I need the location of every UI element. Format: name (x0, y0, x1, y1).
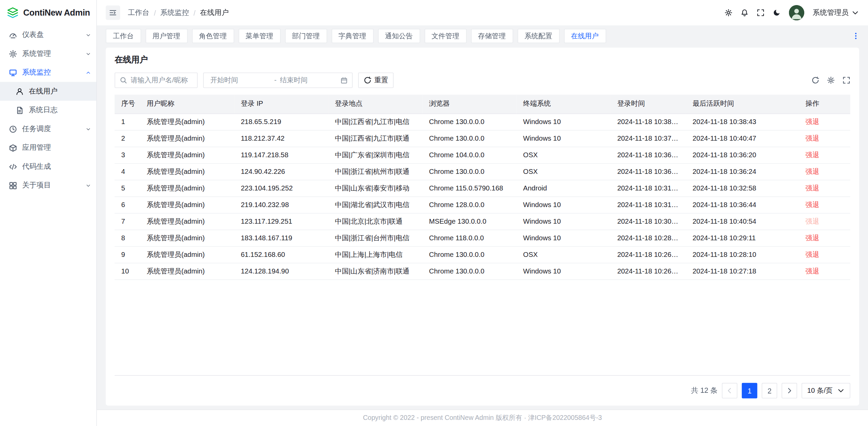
force-logout-link[interactable]: 强退 (806, 167, 820, 175)
cell-location: 中国|广东省|深圳市|电信 (328, 147, 422, 163)
force-logout-link[interactable]: 强退 (806, 201, 820, 208)
tab-more-button[interactable] (849, 29, 862, 43)
column-header: 登录时间 (611, 95, 686, 114)
page-button-2[interactable]: 2 (762, 383, 777, 399)
force-logout-link[interactable]: 强退 (806, 250, 820, 258)
page-button-1[interactable]: 1 (742, 383, 757, 399)
expand-button[interactable] (757, 9, 765, 17)
user-menu[interactable]: 系统管理员 (813, 8, 859, 18)
sidebar-item-system-log[interactable]: 系统日志 (0, 101, 96, 120)
sidebar-item-about-project[interactable]: 关于项目 (0, 176, 96, 195)
breadcrumb-item[interactable]: 系统监控 (160, 8, 189, 18)
force-logout-link[interactable]: 强退 (806, 234, 820, 242)
cell-browser: Chrome 130.0.0.0 (422, 263, 517, 280)
cell-nickname: 系统管理员(admin) (140, 130, 234, 147)
next-page-button[interactable] (782, 383, 797, 399)
cell-os: Windows 10 (516, 114, 611, 130)
cell-ip: 219.140.232.98 (234, 197, 329, 213)
cell-os: OSX (516, 163, 611, 180)
cell-nickname: 系统管理员(admin) (140, 246, 234, 263)
date-range-picker[interactable]: - (203, 73, 353, 88)
sidebar-item-code-generation[interactable]: 代码生成 (0, 157, 96, 176)
breadcrumb-item[interactable]: 工作台 (128, 8, 150, 18)
menu-item-label: 系统监控 (22, 67, 81, 77)
tab-item[interactable]: 菜单管理 (238, 29, 280, 43)
cell-login-time: 2024-11-18 10:26:32 (611, 263, 686, 280)
chevron-up-icon (86, 70, 91, 75)
cell-nickname: 系统管理员(admin) (140, 147, 234, 163)
search-input[interactable] (131, 76, 193, 84)
menu-item-label: 代码生成 (22, 162, 91, 171)
avatar[interactable] (789, 5, 805, 21)
force-logout-link[interactable]: 强退 (806, 134, 820, 142)
refresh-button[interactable] (811, 76, 819, 84)
tab-item[interactable]: 存储管理 (471, 29, 513, 43)
sidebar-item-online-user[interactable]: 在线用户 (0, 82, 96, 101)
reset-button[interactable]: 重置 (358, 73, 393, 88)
column-header: 操作 (799, 95, 850, 114)
code-icon (9, 162, 17, 170)
table-row: 9系统管理员(admin)61.152.168.60中国|上海|上海市|电信Ch… (115, 246, 850, 263)
bell-button[interactable] (741, 9, 748, 17)
force-logout-link[interactable]: 强退 (806, 267, 820, 275)
moon-button[interactable] (773, 9, 781, 17)
gear-button[interactable] (827, 76, 835, 84)
cell-last-active: 2024-11-18 10:40:47 (686, 130, 799, 147)
end-date-input[interactable] (280, 76, 340, 84)
tab-list: 工作台用户管理角色管理菜单管理部门管理字典管理通知公告文件管理存储管理系统配置在… (106, 29, 606, 43)
cell-index: 7 (115, 213, 140, 230)
sidebar-item-task-schedule[interactable]: 任务调度 (0, 120, 96, 139)
header-actions (725, 9, 781, 17)
tab-item[interactable]: 部门管理 (285, 29, 327, 43)
refresh-icon (364, 76, 372, 84)
cell-os: Windows 10 (516, 213, 611, 230)
cell-browser: MSEdge 130.0.0.0 (422, 213, 517, 230)
tab-item[interactable]: 文件管理 (424, 29, 466, 43)
table-body: 1系统管理员(admin)218.65.5.219中国|江西省|九江市|电信Ch… (115, 114, 850, 280)
tab-item[interactable]: 系统配置 (517, 29, 559, 43)
page-size-select[interactable]: 10 条/页 (802, 383, 850, 399)
menu-collapse-button[interactable] (106, 5, 120, 20)
force-logout-link[interactable]: 强退 (806, 151, 820, 159)
tab-item[interactable]: 在线用户 (564, 29, 606, 43)
tab-item[interactable]: 用户管理 (145, 29, 188, 43)
cell-last-active: 2024-11-18 10:36:44 (686, 197, 799, 213)
start-date-input[interactable] (210, 76, 271, 84)
tab-item[interactable]: 通知公告 (378, 29, 420, 43)
sidebar-item-system-monitor[interactable]: 系统监控 (0, 63, 96, 82)
tab-bar: 工作台用户管理角色管理菜单管理部门管理字典管理通知公告文件管理存储管理系统配置在… (97, 25, 868, 46)
sidebar-item-system-management[interactable]: 系统管理 (0, 44, 96, 63)
sidebar-item-dashboard[interactable]: 仪表盘 (0, 25, 96, 44)
box-icon (9, 144, 17, 152)
menu-item-label: 任务调度 (22, 124, 81, 134)
column-header: 序号 (115, 95, 140, 114)
sidebar-item-app-management[interactable]: 应用管理 (0, 138, 96, 157)
breadcrumb-item: 在线用户 (200, 8, 229, 18)
cell-login-time: 2024-11-18 10:38:39 (611, 114, 686, 130)
gear-icon (827, 76, 835, 84)
cell-os: OSX (516, 246, 611, 263)
expand-button[interactable] (843, 76, 850, 84)
cell-browser: Chrome 130.0.0.0 (422, 163, 517, 180)
gear-button[interactable] (725, 9, 732, 17)
column-header: 终端系统 (516, 95, 611, 114)
tab-item[interactable]: 角色管理 (192, 29, 234, 43)
tab-item[interactable]: 字典管理 (331, 29, 373, 43)
sidebar: ContiNew Admin 仪表盘系统管理系统监控在线用户系统日志任务调度应用… (0, 0, 97, 426)
cell-login-time: 2024-11-18 10:28:39 (611, 230, 686, 246)
logo[interactable]: ContiNew Admin (0, 0, 96, 25)
cell-index: 8 (115, 230, 140, 246)
force-logout-link[interactable]: 强退 (806, 118, 820, 125)
sidebar-menu: 仪表盘系统管理系统监控在线用户系统日志任务调度应用管理代码生成关于项目 (0, 25, 96, 426)
cell-login-time: 2024-11-18 10:31:19 (611, 197, 686, 213)
footer: Copyright © 2022 - present ContiNew Admi… (97, 409, 868, 426)
cell-login-time: 2024-11-18 10:36:15 (611, 147, 686, 163)
cell-browser: Chrome 104.0.0.0 (422, 147, 517, 163)
chevron-down-icon (86, 33, 91, 38)
cell-last-active: 2024-11-18 10:28:10 (686, 246, 799, 263)
tab-item[interactable]: 工作台 (106, 29, 141, 43)
username-label: 系统管理员 (813, 8, 849, 18)
moon-icon (773, 9, 781, 17)
cell-os: Android (516, 180, 611, 197)
force-logout-link[interactable]: 强退 (806, 184, 820, 192)
